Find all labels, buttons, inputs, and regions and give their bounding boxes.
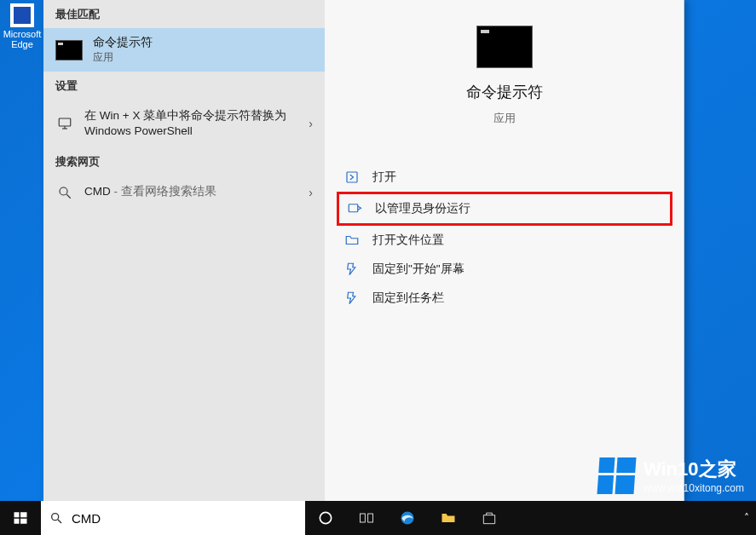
edge-icon: [10, 3, 34, 27]
folder-icon: [343, 233, 361, 248]
desktop-icon-label: Microsoft Edge: [2, 29, 43, 49]
best-match-subtitle: 应用: [93, 50, 153, 65]
svg-rect-9: [14, 519, 20, 524]
store-icon: [481, 509, 498, 526]
watermark-title: Win10之家: [643, 457, 744, 482]
web-result-suffix: - 查看网络搜索结果: [111, 185, 216, 198]
windows-logo-icon: [597, 457, 636, 494]
taskview-icon: [358, 509, 375, 526]
pin-start-icon: [343, 262, 361, 277]
taskbar: ˄: [0, 501, 756, 535]
folder-icon: [440, 509, 457, 526]
detail-title: 命令提示符: [466, 82, 543, 102]
pin-taskbar-icon: [343, 291, 361, 306]
action-open-file-location[interactable]: 打开文件位置: [337, 226, 672, 255]
settings-result-label: 在 Win + X 菜单中将命令提示符替换为 Windows PowerShel…: [84, 108, 298, 139]
detail-actions: 打开 以管理员身份运行 打开文件位置: [325, 147, 684, 313]
detail-hero: 命令提示符 应用: [325, 26, 684, 147]
cmd-icon-large: [476, 26, 533, 68]
watermark-url: www.win10xitong.com: [643, 482, 744, 494]
taskbar-edge[interactable]: [387, 501, 428, 535]
taskbar-tray[interactable]: ˄: [744, 501, 756, 535]
search-detail-pane: 命令提示符 应用 打开 以管理员身份运行: [325, 0, 684, 501]
svg-point-11: [52, 514, 59, 521]
section-settings: 设置: [43, 72, 325, 100]
action-label: 以管理员身份运行: [375, 201, 470, 216]
desktop-icon-edge[interactable]: Microsoft Edge: [2, 3, 43, 49]
svg-line-4: [66, 194, 71, 198]
svg-point-13: [320, 512, 331, 523]
action-label: 固定到任务栏: [372, 291, 444, 306]
action-pin-to-taskbar[interactable]: 固定到任务栏: [337, 284, 672, 313]
settings-result-item[interactable]: 在 Win + X 菜单中将命令提示符替换为 Windows PowerShel…: [43, 100, 325, 147]
svg-rect-7: [14, 512, 20, 517]
start-search-flyout: 最佳匹配 命令提示符 应用 设置 在 Win + X 菜单中将命令提示符替换为 …: [43, 0, 684, 501]
cmd-icon: [55, 40, 83, 60]
taskbar-pinned: [305, 501, 510, 535]
svg-rect-6: [349, 204, 358, 212]
best-match-text: 命令提示符 应用: [93, 35, 153, 65]
cortana-icon: [317, 509, 334, 526]
best-match-item[interactable]: 命令提示符 应用: [43, 28, 325, 72]
windows-icon: [13, 510, 28, 526]
svg-point-3: [60, 187, 67, 195]
action-run-as-admin[interactable]: 以管理员身份运行: [337, 192, 672, 226]
desktop: Microsoft Edge 最佳匹配 命令提示符 应用 设置 在 Win + …: [0, 0, 756, 535]
svg-rect-15: [368, 514, 373, 522]
action-pin-to-start[interactable]: 固定到"开始"屏幕: [337, 255, 672, 284]
svg-rect-10: [20, 519, 27, 524]
web-result-item[interactable]: CMD - 查看网络搜索结果 ›: [43, 175, 325, 208]
monitor-icon: [55, 116, 74, 131]
taskbar-search[interactable]: [41, 501, 305, 535]
action-open[interactable]: 打开: [337, 163, 672, 192]
taskbar-store[interactable]: [469, 501, 510, 535]
chevron-right-icon: ›: [309, 186, 313, 199]
svg-rect-14: [361, 514, 366, 522]
open-icon: [343, 170, 361, 185]
svg-rect-0: [59, 118, 71, 126]
pane-divider: [684, 0, 684, 501]
detail-subtitle: 应用: [493, 111, 516, 126]
search-icon: [49, 511, 63, 525]
watermark: Win10之家 www.win10xitong.com: [598, 457, 744, 494]
shield-run-icon: [346, 201, 363, 216]
section-web: 搜索网页: [43, 147, 325, 175]
web-result-label: CMD - 查看网络搜索结果: [84, 184, 298, 199]
search-input[interactable]: [72, 511, 297, 526]
tray-overflow-icon[interactable]: ˄: [744, 512, 749, 524]
web-result-prefix: CMD: [84, 185, 111, 198]
svg-rect-8: [20, 512, 27, 517]
action-label: 固定到"开始"屏幕: [372, 262, 465, 277]
taskbar-explorer[interactable]: [428, 501, 469, 535]
svg-rect-5: [347, 172, 357, 182]
svg-line-12: [58, 520, 61, 523]
edge-icon: [399, 509, 416, 526]
taskbar-cortana[interactable]: [305, 501, 346, 535]
chevron-right-icon: ›: [309, 117, 313, 130]
section-best-match: 最佳匹配: [43, 0, 325, 28]
action-label: 打开: [372, 170, 396, 185]
best-match-title: 命令提示符: [93, 35, 153, 50]
search-icon: [55, 185, 74, 200]
start-button[interactable]: [0, 501, 41, 535]
taskbar-taskview[interactable]: [346, 501, 387, 535]
search-results-pane: 最佳匹配 命令提示符 应用 设置 在 Win + X 菜单中将命令提示符替换为 …: [43, 0, 325, 501]
action-label: 打开文件位置: [372, 233, 444, 248]
